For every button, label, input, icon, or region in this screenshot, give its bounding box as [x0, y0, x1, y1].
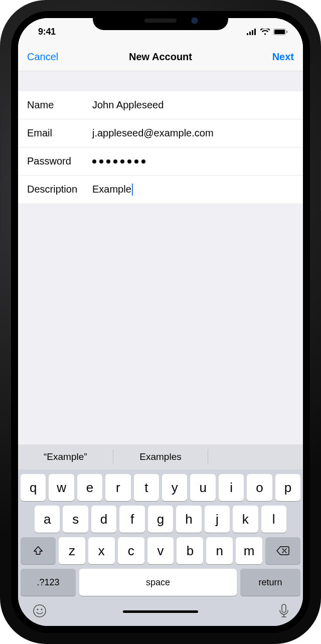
name-row[interactable]: Name John Appleseed [18, 91, 303, 119]
notch [93, 11, 228, 30]
shift-key[interactable] [21, 537, 56, 564]
iphone-frame: 9:41 Cancel New Account Next [0, 0, 321, 644]
password-label: Password [27, 155, 92, 167]
key-x[interactable]: x [88, 537, 115, 564]
svg-rect-10 [282, 604, 286, 612]
space-key[interactable]: space [79, 569, 237, 596]
svg-point-9 [41, 608, 42, 610]
account-form: Name John Appleseed Email j.appleseed@ex… [18, 91, 303, 204]
key-t[interactable]: t [134, 474, 159, 501]
key-g[interactable]: g [148, 506, 173, 533]
key-m[interactable]: m [236, 537, 262, 564]
email-row[interactable]: Email j.appleseed@example.com [18, 119, 303, 147]
key-l[interactable]: l [261, 506, 286, 533]
name-field[interactable]: John Appleseed [92, 99, 294, 111]
key-c[interactable]: c [118, 537, 144, 564]
description-row[interactable]: Description Example [18, 176, 303, 204]
svg-rect-3 [254, 29, 256, 35]
key-z[interactable]: z [59, 537, 85, 564]
svg-rect-0 [247, 33, 248, 35]
svg-rect-2 [252, 30, 253, 35]
battery-icon [273, 29, 288, 35]
key-y[interactable]: y [162, 474, 187, 501]
key-p[interactable]: p [275, 474, 300, 501]
key-i[interactable]: i [219, 474, 244, 501]
suggestion-bar: “Example” Examples [18, 444, 303, 469]
emoji-icon[interactable] [32, 603, 47, 618]
svg-point-7 [34, 605, 46, 617]
suggestion-1[interactable]: “Example” [18, 444, 113, 469]
cellular-icon [247, 29, 257, 35]
key-e[interactable]: e [77, 474, 102, 501]
text-cursor [132, 184, 133, 196]
email-field[interactable]: j.appleseed@example.com [92, 127, 294, 139]
page-title: New Account [72, 51, 249, 63]
key-row-1: q w e r t y u i o p [18, 469, 303, 501]
email-label: Email [27, 127, 92, 139]
next-button[interactable]: Next [249, 51, 294, 63]
home-indicator[interactable] [123, 610, 198, 613]
status-time: 9:41 [33, 27, 56, 37]
suggestion-2[interactable]: Examples [113, 444, 208, 469]
svg-point-8 [37, 608, 38, 610]
svg-rect-5 [274, 30, 285, 34]
return-key[interactable]: return [240, 569, 300, 596]
nav-bar: Cancel New Account Next [18, 43, 303, 71]
wifi-icon [260, 29, 270, 35]
key-r[interactable]: r [105, 474, 130, 501]
keyboard: “Example” Examples q w e r t y u i o p [18, 444, 303, 626]
key-k[interactable]: k [233, 506, 258, 533]
cancel-button[interactable]: Cancel [27, 51, 72, 63]
key-w[interactable]: w [49, 474, 74, 501]
name-label: Name [27, 99, 92, 111]
description-field[interactable]: Example [92, 184, 294, 196]
key-row-2: a s d f g h j k l [18, 501, 303, 533]
suggestion-3[interactable] [208, 444, 303, 469]
password-field[interactable] [92, 159, 294, 164]
key-f[interactable]: f [119, 506, 144, 533]
backspace-key[interactable] [265, 537, 300, 564]
key-q[interactable]: q [21, 474, 46, 501]
mic-icon[interactable] [279, 603, 289, 618]
key-row-3: z x c v b n m [18, 533, 303, 564]
svg-rect-1 [249, 32, 251, 35]
svg-rect-6 [286, 31, 287, 33]
key-h[interactable]: h [176, 506, 201, 533]
key-a[interactable]: a [35, 506, 60, 533]
key-o[interactable]: o [247, 474, 272, 501]
key-s[interactable]: s [63, 506, 88, 533]
key-b[interactable]: b [177, 537, 203, 564]
numeric-key[interactable]: .?123 [21, 569, 76, 596]
password-row[interactable]: Password [18, 147, 303, 176]
key-n[interactable]: n [206, 537, 233, 564]
description-label: Description [27, 184, 92, 195]
key-d[interactable]: d [91, 506, 116, 533]
key-row-4: .?123 space return [18, 564, 303, 598]
key-u[interactable]: u [190, 474, 215, 501]
key-v[interactable]: v [147, 537, 174, 564]
key-j[interactable]: j [205, 506, 230, 533]
